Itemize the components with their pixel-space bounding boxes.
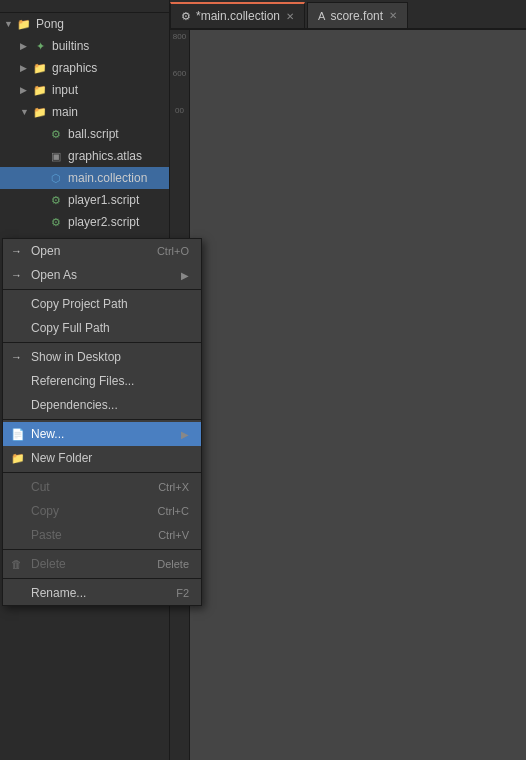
tree-label: builtins <box>52 39 89 53</box>
menu-item-label: Copy <box>31 504 59 518</box>
menu-item-label: Paste <box>31 528 62 542</box>
tree-item-builtins[interactable]: ▶✦builtins <box>0 35 169 57</box>
folder-icon: 📁 <box>32 82 48 98</box>
tab-label: score.font <box>330 9 383 23</box>
menu-separator <box>3 289 201 290</box>
changed-files-label <box>0 744 170 760</box>
menu-item-label: Rename... <box>31 586 86 600</box>
menu-submenu-arrow: ▶ <box>181 270 189 281</box>
tab-close-button[interactable]: ✕ <box>389 10 397 21</box>
menu-item-delete: 🗑DeleteDelete <box>3 552 201 576</box>
tree-item-player1-script[interactable]: ⚙player1.script <box>0 189 169 211</box>
menu-shortcut: F2 <box>176 587 189 599</box>
canvas-area <box>190 30 526 760</box>
tab-close-button[interactable]: ✕ <box>286 11 294 22</box>
tab-icon: ⚙ <box>181 10 191 23</box>
menu-submenu-arrow: ▶ <box>181 429 189 440</box>
menu-separator <box>3 472 201 473</box>
tree-label: ball.script <box>68 127 119 141</box>
menu-item-label: Open As <box>31 268 77 282</box>
menu-item-label: Copy Project Path <box>31 297 128 311</box>
menu-item-open-as[interactable]: →Open As▶ <box>3 263 201 287</box>
tree-label: main <box>52 105 78 119</box>
tab-bar: ⚙*main.collection✕Ascore.font✕ <box>170 0 526 30</box>
menu-item-copy-project-path[interactable]: Copy Project Path <box>3 292 201 316</box>
atlas-icon: ▣ <box>48 148 64 164</box>
menu-separator <box>3 342 201 343</box>
menu-shortcut: Ctrl+C <box>158 505 189 517</box>
ruler-mark: 800 <box>173 32 186 41</box>
tree-label: graphics <box>52 61 97 75</box>
tree-arrow: ▼ <box>20 107 32 117</box>
menu-item-new[interactable]: 📄New...▶ <box>3 422 201 446</box>
tree-item-graphics-atlas[interactable]: ▣graphics.atlas <box>0 145 169 167</box>
menu-item-cut: CutCtrl+X <box>3 475 201 499</box>
menu-item-label: New Folder <box>31 451 92 465</box>
tree-label: player1.script <box>68 193 139 207</box>
tab-main-collection-tab[interactable]: ⚙*main.collection✕ <box>170 2 305 28</box>
script-icon: ⚙ <box>48 214 64 230</box>
menu-arrow-icon: → <box>11 245 22 257</box>
ruler-mark: 00 <box>175 106 184 115</box>
tab-icon: A <box>318 10 325 22</box>
menu-item-copy-full-path[interactable]: Copy Full Path <box>3 316 201 340</box>
menu-item-label: Dependencies... <box>31 398 118 412</box>
folder-icon: 📁 <box>32 104 48 120</box>
menu-item-new-folder[interactable]: 📁New Folder <box>3 446 201 470</box>
tree-label: main.collection <box>68 171 147 185</box>
menu-shortcut: Ctrl+O <box>157 245 189 257</box>
tree-label: graphics.atlas <box>68 149 142 163</box>
menu-item-referencing-files[interactable]: Referencing Files... <box>3 369 201 393</box>
menu-shortcut: Delete <box>157 558 189 570</box>
menu-delete-icon: 🗑 <box>11 558 22 570</box>
menu-separator <box>3 549 201 550</box>
tree-item-input[interactable]: ▶📁input <box>0 79 169 101</box>
tree-item-main-collection[interactable]: ⬡main.collection <box>0 167 169 189</box>
menu-item-open[interactable]: →OpenCtrl+O <box>3 239 201 263</box>
menu-file-icon: 📄 <box>11 428 25 441</box>
menu-separator <box>3 419 201 420</box>
tree-item-graphics[interactable]: ▶📁graphics <box>0 57 169 79</box>
script-icon: ⚙ <box>48 192 64 208</box>
assets-panel-header <box>0 0 169 13</box>
menu-shortcut: Ctrl+V <box>158 529 189 541</box>
tree-item-pong[interactable]: ▼📁Pong <box>0 13 169 35</box>
menu-item-label: Show in Desktop <box>31 350 121 364</box>
menu-arrow-icon: → <box>11 269 22 281</box>
main-area: 80060000 <box>170 30 526 760</box>
menu-item-show-in-desktop[interactable]: →Show in Desktop <box>3 345 201 369</box>
collection-icon: ⬡ <box>48 170 64 186</box>
menu-item-dependencies[interactable]: Dependencies... <box>3 393 201 417</box>
tree-arrow: ▼ <box>4 19 16 29</box>
context-menu: →OpenCtrl+O→Open As▶Copy Project PathCop… <box>2 238 202 606</box>
menu-item-copy: CopyCtrl+C <box>3 499 201 523</box>
script-icon: ⚙ <box>48 126 64 142</box>
folder-icon: 📁 <box>32 60 48 76</box>
tree-item-ball-script[interactable]: ⚙ball.script <box>0 123 169 145</box>
tab-score-font-tab[interactable]: Ascore.font✕ <box>307 2 408 28</box>
tree-arrow: ▶ <box>20 41 32 51</box>
builtins-icon: ✦ <box>32 38 48 54</box>
tab-label: *main.collection <box>196 9 280 23</box>
menu-item-label: Referencing Files... <box>31 374 134 388</box>
tree-arrow: ▶ <box>20 85 32 95</box>
menu-item-label: Open <box>31 244 60 258</box>
menu-item-label: Copy Full Path <box>31 321 110 335</box>
menu-item-paste: PasteCtrl+V <box>3 523 201 547</box>
menu-folder-icon: 📁 <box>11 452 25 465</box>
folder-icon: 📁 <box>16 16 32 32</box>
tree-item-player2-script[interactable]: ⚙player2.script <box>0 211 169 233</box>
menu-shortcut: Ctrl+X <box>158 481 189 493</box>
menu-item-rename[interactable]: Rename...F2 <box>3 581 201 605</box>
tree-label: player2.script <box>68 215 139 229</box>
menu-item-label: Delete <box>31 557 66 571</box>
tree-arrow: ▶ <box>20 63 32 73</box>
menu-item-label: New... <box>31 427 64 441</box>
menu-separator <box>3 578 201 579</box>
menu-arrow-icon: → <box>11 351 22 363</box>
tree-item-main[interactable]: ▼📁main <box>0 101 169 123</box>
tree-label: Pong <box>36 17 64 31</box>
menu-item-label: Cut <box>31 480 50 494</box>
tree-label: input <box>52 83 78 97</box>
ruler-mark: 600 <box>173 69 186 78</box>
